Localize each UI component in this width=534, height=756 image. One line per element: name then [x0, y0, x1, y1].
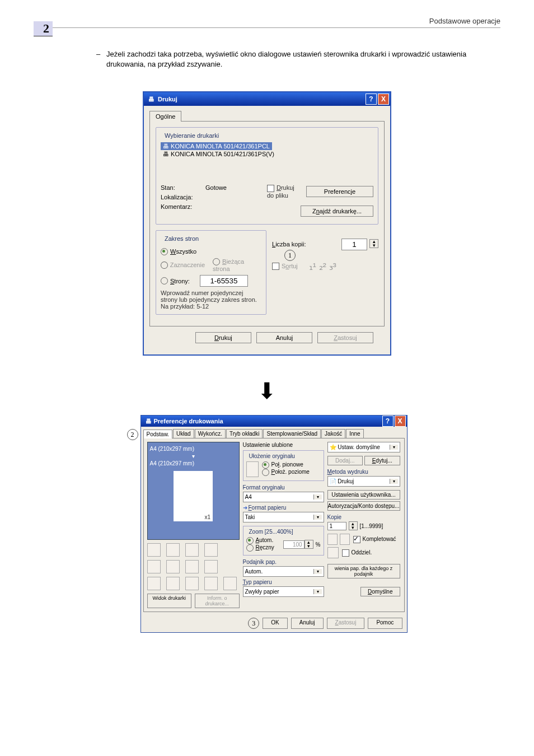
printer-item-selected[interactable]: 🖶 KONICA MINOLTA 501/421/361PCL — [161, 142, 272, 150]
collate-icon — [340, 534, 350, 545]
copies-spinner[interactable]: ▴▾ — [369, 239, 378, 248]
range-all-radio[interactable] — [161, 248, 168, 255]
preview-icon[interactable] — [147, 543, 161, 557]
zoom-auto-label: Autom. — [256, 537, 274, 543]
cancel-button[interactable]: Anuluj — [256, 332, 312, 343]
preview-icon[interactable] — [185, 543, 199, 557]
fav-add-button: Dodaj... — [327, 456, 363, 465]
auth-button[interactable]: Autoryzacja/Konto dostępu... — [327, 501, 400, 511]
copies-input[interactable]: 1 — [327, 522, 346, 530]
copies-label: Liczba kopii: — [272, 241, 306, 248]
range-hint: Wprowadź numer pojedynczej strony lub po… — [161, 290, 261, 310]
range-pages-input[interactable] — [200, 275, 248, 287]
fav-edit-button[interactable]: Edytuj... — [364, 456, 400, 465]
preview-icon[interactable] — [147, 560, 161, 573]
copies-input[interactable] — [341, 239, 367, 250]
favorites-label: Ustawienie ulubione — [243, 442, 293, 448]
preview-icon[interactable] — [204, 577, 218, 590]
print-dialog: 🖶 Drukuj ? X Ogólne Wybieranie drukarki … — [143, 91, 391, 356]
offset-checkbox[interactable] — [342, 549, 349, 557]
location-label: Lokalizacja: — [161, 194, 205, 200]
printer-icon: 🖶 — [146, 418, 152, 424]
tab-finish[interactable]: Wykończ. — [195, 429, 226, 438]
prefs-title: Preferencje drukowania — [154, 418, 381, 424]
tab-general[interactable]: Ogólne — [149, 111, 181, 122]
paper-per-tray-button[interactable]: wienia pap. dla każdego z podajnik — [327, 564, 400, 578]
preview-icon[interactable] — [185, 577, 199, 590]
apply-button: Zastosuj — [317, 332, 373, 343]
preview-format-a: A4 (210x297 mm) — [150, 446, 237, 452]
preview-icon[interactable] — [166, 560, 180, 573]
chapter-number: 2 — [34, 21, 53, 36]
tray-select[interactable]: Autom.▾ — [243, 566, 324, 577]
zoom-value: 100 — [283, 540, 305, 549]
tab-stamp[interactable]: Stemplowanie/Skład — [263, 429, 321, 438]
preview-icon[interactable] — [185, 560, 199, 573]
method-select[interactable]: 📄 Drukuj▾ — [327, 476, 400, 487]
help-button[interactable]: ? — [366, 94, 377, 105]
zoom-manual-label: Ręczny — [256, 544, 274, 550]
zoom-auto-radio[interactable] — [246, 537, 254, 544]
preview-icon[interactable] — [166, 543, 180, 557]
zoom-spinner: ▴▾ — [305, 540, 313, 549]
cancel-button[interactable]: Anuluj — [291, 618, 324, 629]
orig-size-label: Format oryginału — [243, 484, 324, 491]
printer-list[interactable]: 🖶 KONICA MINOLTA 501/421/361PCL 🖶 KONICA… — [161, 142, 373, 181]
close-button[interactable]: X — [378, 94, 389, 105]
collate-checkbox — [272, 263, 279, 270]
preview-box: A4 (210x297 mm) ▾ A4 (210x297 mm) x1 — [147, 442, 240, 540]
orientation-legend: Ułożenie oryginału — [247, 453, 297, 459]
portrait-radio[interactable] — [262, 461, 269, 469]
tab-cover[interactable]: Tryb okładki — [226, 429, 263, 438]
collate-label: Kompletować — [363, 536, 396, 542]
range-group-legend: Zakres stron — [163, 235, 200, 242]
status-value: Gotowe — [205, 184, 227, 191]
ok-button[interactable]: OK — [263, 618, 287, 629]
printer-view-button[interactable]: Widok drukarki — [147, 594, 192, 608]
user-settings-button[interactable]: Ustawienia użytkownika... — [327, 490, 400, 500]
paper-size-select[interactable]: Taki▾ — [243, 512, 324, 522]
arrow-down-icon: ⬇ — [34, 378, 500, 404]
apply-button: Zastosuj — [327, 618, 365, 629]
tab-other[interactable]: Inne — [346, 429, 363, 438]
zoom-manual-radio[interactable] — [246, 544, 254, 552]
body-paragraph: – Jeżeli zachodzi taka potrzeba, wyświet… — [106, 49, 500, 69]
tab-layout[interactable]: Układ — [173, 429, 194, 438]
collate-label: Sortuj — [282, 263, 298, 269]
range-pages-radio[interactable] — [161, 277, 168, 284]
dialog-title: Drukuj — [158, 96, 364, 102]
copies-label: Kopie — [327, 514, 400, 520]
preview-icon[interactable] — [223, 577, 237, 590]
landscape-radio[interactable] — [262, 469, 269, 476]
favorites-select[interactable]: ⭐ Ustaw. domyślne▾ — [327, 442, 400, 452]
help-button[interactable]: ? — [382, 416, 394, 427]
preferences-button[interactable]: Preferencje — [306, 186, 373, 197]
find-printer-button[interactable]: Znajdź drukarkę... — [301, 206, 373, 217]
print-button[interactable]: Drukuj — [195, 332, 251, 343]
copies-range: [1...9999] — [360, 523, 383, 529]
close-button[interactable]: X — [395, 416, 406, 427]
collate-icon — [327, 534, 338, 545]
orig-size-select[interactable]: A4▾ — [243, 492, 324, 502]
help-button[interactable]: Pomoc — [368, 618, 402, 629]
preview-icon[interactable] — [166, 577, 180, 590]
tab-basic[interactable]: Podstaw. — [143, 430, 173, 438]
range-pages-label: Strony: — [170, 278, 190, 284]
preview-icon[interactable] — [204, 560, 218, 573]
copies-spinner[interactable]: ▴▾ — [349, 521, 358, 530]
collate-checkbox[interactable] — [353, 536, 360, 543]
preview-icon[interactable] — [147, 577, 161, 590]
header-right: Podstawowe operacje — [34, 17, 500, 25]
percent-label: % — [316, 542, 321, 548]
printer-item[interactable]: 🖶 KONICA MINOLTA 501/421/361PS(V) — [161, 150, 373, 158]
preview-icon[interactable] — [204, 543, 218, 557]
printer-info-button: Inform. o drukarce... — [195, 594, 240, 608]
zoom-legend: Zoom [25...400%] — [247, 529, 295, 535]
callout-3: 3 — [248, 618, 259, 629]
defaults-button[interactable]: Domyślne — [360, 587, 400, 596]
tab-quality[interactable]: Jakość — [321, 429, 345, 438]
paper-type-select[interactable]: Zwykły papier▾ — [243, 586, 324, 597]
print-to-file-checkbox[interactable] — [267, 185, 274, 192]
prefs-titlebar: 🖶 Preferencje drukowania ? X — [141, 416, 407, 427]
comment-label: Komentarz: — [161, 203, 205, 210]
